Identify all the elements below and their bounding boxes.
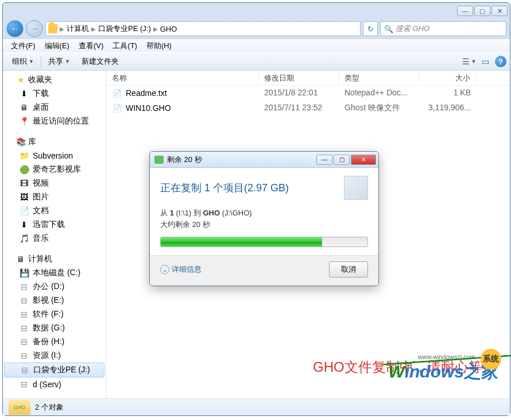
separator <box>41 56 41 67</box>
cancel-button[interactable]: 取消 <box>329 261 368 278</box>
sidebar-item-label: 备份 (H:) <box>33 337 64 347</box>
file-size: 3,119,906... <box>419 102 477 114</box>
breadcrumb-drive[interactable]: 口袋专业PE (J:) <box>96 24 153 34</box>
breadcrumb-computer[interactable]: 计算机 <box>64 24 91 34</box>
sidebar-item-drive-c[interactable]: 💾本地磁盘 (C:) <box>3 266 106 280</box>
sidebar-label: 收藏夹 <box>28 75 52 85</box>
sidebar-item-drive-serv[interactable]: ⊟d (Serv) <box>3 377 106 391</box>
dialog-time-remaining: 大约剩余 20 秒 <box>160 219 368 230</box>
sidebar-item-label: 最近访问的位置 <box>33 116 89 126</box>
dialog-minimize-button[interactable]: — <box>316 155 332 165</box>
sidebar-item-xunlei[interactable]: ⬇迅雷下载 <box>3 218 106 232</box>
sidebar-item-drive-i[interactable]: ⊟资源 (I:) <box>3 349 106 363</box>
dialog-body: 正在复制 1 个项目(2.97 GB) 从 1 (I:\1) 到 GHO (J:… <box>150 168 378 255</box>
iqiyi-icon: 🟢 <box>19 164 29 175</box>
file-type: Ghost 映像文件 <box>339 102 419 114</box>
sidebar-header-favorites[interactable]: ★ 收藏夹 <box>3 73 106 87</box>
minimize-button[interactable]: — <box>457 6 473 16</box>
music-icon: 🎵 <box>19 233 29 244</box>
sidebar-item-drive-d[interactable]: ⊟办公 (D:) <box>3 280 106 294</box>
sidebar-item-drive-h[interactable]: ⊟备份 (H:) <box>3 335 106 349</box>
sidebar-item-label: 口袋专业PE (J:) <box>33 365 90 375</box>
sidebar-item-recent[interactable]: 📍最近访问的位置 <box>3 114 106 128</box>
menu-edit[interactable]: 编辑(E) <box>40 41 74 51</box>
drive-icon: ⊟ <box>20 365 30 375</box>
sidebar-item-desktop[interactable]: 🖥桌面 <box>3 101 106 114</box>
new-folder-button[interactable]: 新建文件夹 <box>76 53 125 70</box>
explorer-window: — ▢ ✕ ← → ▶ 计算机 ▶ 口袋专业PE (J:) ▶ GHO ↻ 🔍 … <box>2 2 510 416</box>
share-button[interactable]: 共享▼ <box>42 53 76 70</box>
status-folder-icon: GHO <box>9 400 30 415</box>
sidebar-item-label: Subversion <box>33 151 73 160</box>
column-name[interactable]: 名称 <box>106 71 258 85</box>
column-type[interactable]: 类型 <box>339 71 419 85</box>
view-options-button[interactable]: ☰ ▼ <box>463 55 475 68</box>
maximize-button[interactable]: ▢ <box>474 6 490 16</box>
menu-help[interactable]: 帮助(H) <box>142 41 176 51</box>
sidebar-item-label: 图片 <box>33 192 49 202</box>
sidebar-item-label: 迅雷下载 <box>33 219 65 230</box>
back-button[interactable]: ← <box>6 20 24 37</box>
dialog-titlebar[interactable]: 剩余 20 秒 — ▢ ✕ <box>150 152 378 168</box>
sidebar-item-drive-e[interactable]: ⊟影视 (E:) <box>3 294 106 307</box>
sidebar-item-drive-f[interactable]: ⊟软件 (F:) <box>3 307 106 321</box>
sidebar-item-label: d (Serv) <box>33 380 61 389</box>
sidebar-item-pictures[interactable]: 🖼图片 <box>3 190 106 204</box>
menu-tools[interactable]: 工具(T) <box>108 41 142 51</box>
dialog-maximize-button[interactable]: ▢ <box>334 155 350 165</box>
toolbar: 组织▼ 共享▼ 新建文件夹 ☰ ▼ ▭ ? <box>3 52 510 71</box>
dialog-close-button[interactable]: ✕ <box>351 155 376 165</box>
chevron-down-icon: ⌄ <box>160 265 169 274</box>
column-date[interactable]: 修改日期 <box>258 71 339 85</box>
menu-file[interactable]: 文件(F) <box>6 41 40 51</box>
progress-fill <box>161 237 322 246</box>
sidebar-item-downloads[interactable]: ⬇下载 <box>3 87 106 101</box>
drive-icon: 💾 <box>19 268 29 278</box>
sidebar-item-drive-g[interactable]: ⊟数据 (G:) <box>3 321 106 335</box>
computer-icon: 🖥 <box>16 254 26 264</box>
sidebar-favorites: ★ 收藏夹 ⬇下载 🖥桌面 📍最近访问的位置 <box>3 73 106 128</box>
sidebar-header-libraries[interactable]: 📚 库 <box>3 135 106 149</box>
breadcrumb-folder[interactable]: GHO <box>158 25 180 33</box>
help-icon[interactable]: ? <box>495 56 506 67</box>
file-row[interactable]: 📄WIN10.GHO 2015/7/11 23:52 Ghost 映像文件 3,… <box>106 101 510 115</box>
address-bar[interactable]: ▶ 计算机 ▶ 口袋专业PE (J:) ▶ GHO <box>45 21 361 36</box>
sidebar-item-videos[interactable]: 🎞视频 <box>3 176 106 190</box>
sidebar-item-label: 本地磁盘 (C:) <box>33 268 80 278</box>
sidebar-item-subversion[interactable]: 📁Subversion <box>3 149 106 163</box>
drive-icon: ⊟ <box>19 379 29 390</box>
column-size[interactable]: 大小 <box>419 71 477 85</box>
search-input[interactable]: 🔍 搜索 GHO <box>380 21 506 36</box>
sidebar-item-documents[interactable]: 📄文档 <box>3 204 106 218</box>
xunlei-icon: ⬇ <box>19 219 29 230</box>
sidebar-item-label: 桌面 <box>33 102 49 113</box>
sidebar-header-computer[interactable]: 🖥 计算机 <box>3 252 106 266</box>
menu-view[interactable]: 查看(V) <box>74 41 108 51</box>
copy-dialog: 剩余 20 秒 — ▢ ✕ 正在复制 1 个项目(2.97 GB) 从 1 (I… <box>149 151 379 286</box>
search-placeholder: 搜索 GHO <box>396 24 429 34</box>
refresh-button[interactable]: ↻ <box>363 21 378 36</box>
search-icon: 🔍 <box>384 25 393 33</box>
file-date: 2015/1/8 22:01 <box>258 87 339 99</box>
text-file-icon: 📄 <box>112 88 122 98</box>
drive-icon: ⊟ <box>19 295 29 306</box>
details-toggle[interactable]: ⌄ 详细信息 <box>160 264 202 275</box>
recent-icon: 📍 <box>19 116 29 126</box>
file-date: 2015/7/11 23:52 <box>258 102 339 114</box>
document-icon: 📄 <box>19 206 29 216</box>
video-icon: 🎞 <box>19 178 29 188</box>
preview-pane-button[interactable]: ▭ <box>479 55 491 68</box>
sidebar-item-music[interactable]: 🎵音乐 <box>3 232 106 245</box>
file-row[interactable]: 📄Readme.txt 2015/1/8 22:01 Notepad++ Doc… <box>106 86 510 101</box>
sidebar-item-drive-j[interactable]: ⊟口袋专业PE (J:) <box>4 363 104 377</box>
nav-row: ← → ▶ 计算机 ▶ 口袋专业PE (J:) ▶ GHO ↻ 🔍 搜索 GHO <box>3 19 510 38</box>
sidebar-item-label: 爱奇艺影视库 <box>33 164 81 175</box>
menu-bar: 文件(F) 编辑(E) 查看(V) 工具(T) 帮助(H) <box>3 38 510 52</box>
organize-button[interactable]: 组织▼ <box>6 53 40 70</box>
dialog-heading: 正在复制 1 个项目(2.97 GB) <box>160 176 368 200</box>
sidebar-item-iqiyi[interactable]: 🟢爱奇艺影视库 <box>3 163 106 176</box>
file-size: 1 KB <box>419 87 477 99</box>
forward-button[interactable]: → <box>26 20 43 37</box>
close-button[interactable]: ✕ <box>491 6 508 16</box>
sidebar-label: 计算机 <box>28 254 52 264</box>
